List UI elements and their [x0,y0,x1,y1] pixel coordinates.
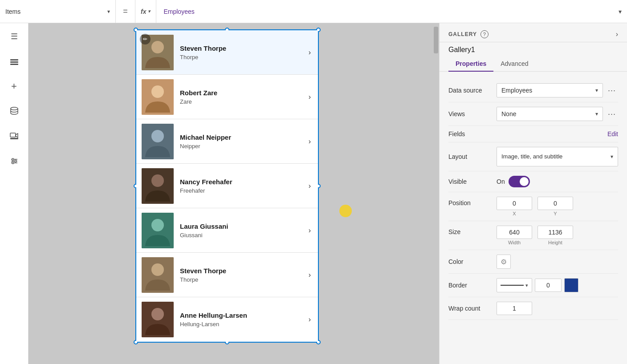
views-chevron: ▾ [595,111,598,117]
gallery-item[interactable]: ✏ Steven Thorpe Thorpe › [136,30,318,75]
border-style-dropdown[interactable]: ▾ [497,278,532,292]
size-height-label: Height [548,240,562,245]
svg-point-19 [151,174,164,187]
position-y-input[interactable]: 0 [537,197,573,210]
prop-size-row: Size 640 Width 1136 Height [448,221,618,250]
sidebar-database-icon[interactable] [6,103,22,119]
color-control: ⚙ [497,255,618,269]
color-swatch[interactable]: ⚙ [497,255,511,269]
gallery-item-name: Laura Giussani [180,222,309,230]
sidebar-media-icon[interactable] [6,128,22,144]
svg-point-21 [151,219,164,231]
prop-color-row: Color ⚙ [448,250,618,274]
gallery-item-subtitle: Giussani [180,232,309,239]
gallery-item[interactable]: Laura Giussani Giussani › [136,208,318,253]
svg-rect-4 [10,133,16,137]
gallery-item-chevron: › [309,315,313,324]
gallery-item[interactable]: Michael Neipper Neipper › [136,119,318,164]
panel-header: GALLERY ? › [440,23,627,42]
views-label: Views [448,110,493,117]
sidebar-tools-icon[interactable] [6,153,22,169]
sidebar-hamburger-icon[interactable]: ☰ [6,28,22,44]
gallery-item[interactable]: Nancy Freehafer Freehafer › [136,164,318,208]
gallery-item-subtitle: Zare [180,98,309,105]
fx-button[interactable]: fx ▾ [135,0,156,23]
gallery-text: Steven Thorpe Thorpe [174,44,309,61]
position-x-label: X [513,211,516,216]
fields-edit-link[interactable]: Edit [607,130,618,138]
prop-border-row: Border ▾ 0 [448,274,618,297]
prop-layout-row: Layout Image, title, and subtitle ▾ [448,142,618,171]
gallery-item[interactable]: Anne Hellung-Larsen Hellung-Larsen › [136,297,318,342]
gallery-item-name: Steven Thorpe [180,267,309,275]
equals-symbol: = [116,0,135,23]
data-source-dropdown[interactable]: Employees ▾ [497,83,603,97]
border-label: Border [448,282,493,289]
wrap-count-label: Wrap count [448,305,493,312]
gallery-text: Nancy Freehafer Freehafer [174,178,309,194]
data-source-more-btn[interactable]: ··· [606,84,618,97]
prop-views-row: Views None ▾ ··· [448,102,618,126]
size-inputs: 640 Width 1136 Height [497,226,573,245]
gallery-item-chevron: › [309,93,313,101]
left-sidebar: ☰ + [0,23,28,364]
gallery-text: Steven Thorpe Thorpe [174,267,309,283]
sidebar-layers-icon[interactable] [6,53,22,69]
prop-wrap-count-row: Wrap count 1 [448,297,618,320]
edit-pencil-icon[interactable]: ✏ [140,34,151,44]
panel-tabs: Properties Advanced [440,56,627,72]
border-control: ▾ 0 [497,278,618,292]
cursor-indicator [339,205,352,217]
sidebar-add-icon[interactable]: + [6,78,22,94]
formula-value: Employees [163,8,194,15]
scrollbar-thumb[interactable] [434,27,438,53]
data-source-value: Employees [501,87,532,94]
views-value: None [501,110,516,117]
gallery-item[interactable]: Steven Thorpe Thorpe › [136,253,318,297]
data-source-chevron: ▾ [595,87,598,93]
formula-bar[interactable]: Employees [156,8,613,15]
gallery-item-subtitle: Thorpe [180,276,309,283]
svg-point-17 [151,130,164,142]
size-height-input[interactable]: 1136 [537,226,573,239]
canvas-area[interactable]: ✏ Steven Thorpe Thorpe › [28,23,439,364]
gallery-item-name: Anne Hellung-Larsen [180,311,309,319]
gallery-item[interactable]: Robert Zare Zare › [136,75,318,119]
gallery-item-subtitle: Hellung-Larsen [180,321,309,328]
items-dropdown[interactable]: Items ▾ [0,0,116,23]
toolbar: Items ▾ = fx ▾ Employees ▾ [0,0,627,23]
visible-toggle[interactable] [509,176,530,187]
gallery-item-chevron: › [309,226,313,235]
tab-advanced[interactable]: Advanced [493,56,535,72]
svg-point-9 [12,158,14,160]
views-dropdown[interactable]: None ▾ [497,107,603,121]
gallery-item-chevron: › [309,271,313,279]
toggle-knob [520,177,529,186]
canvas-scrollbar[interactable] [433,23,439,364]
data-source-control: Employees ▾ ··· [497,83,618,97]
fields-label: Fields [448,130,493,138]
svg-point-10 [15,160,16,162]
size-width-input[interactable]: 640 [497,226,532,239]
gallery-widget[interactable]: ✏ Steven Thorpe Thorpe › [135,29,319,343]
gallery-photo [142,79,174,115]
visible-toggle-container: On [497,176,530,187]
layout-chevron: ▾ [611,154,613,160]
layout-dropdown[interactable]: Image, title, and subtitle ▾ [497,147,618,166]
border-color-swatch[interactable] [564,278,578,292]
tab-properties[interactable]: Properties [448,56,493,72]
views-more-btn[interactable]: ··· [606,108,618,120]
panel-help-icon[interactable]: ? [480,30,489,38]
border-value-input[interactable]: 0 [535,279,562,292]
formula-dropdown-btn[interactable]: ▾ [613,0,627,23]
position-y-label: Y [554,211,557,216]
gallery-item-subtitle: Thorpe [180,54,309,61]
gallery-photo [142,302,174,337]
position-label: Position [448,197,493,206]
panel-back-button[interactable]: › [616,30,618,38]
svg-point-25 [151,308,164,320]
gallery-text: Michael Neipper Neipper [174,133,309,150]
wrap-count-input[interactable]: 1 [497,302,532,315]
gallery-item-name: Nancy Freehafer [180,178,309,186]
position-x-input[interactable]: 0 [497,197,532,210]
